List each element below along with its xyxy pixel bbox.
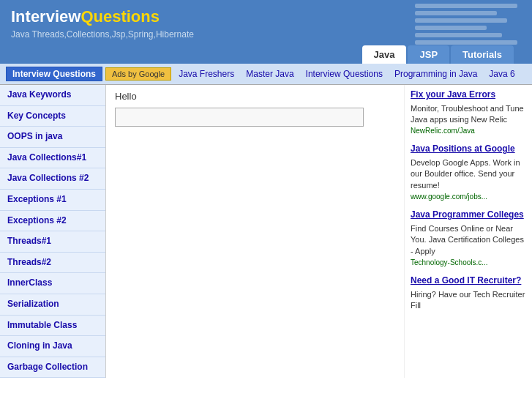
tab-java[interactable]: Java: [362, 45, 407, 64]
header: InterviewQuestions Java Threads,Collecti…: [0, 0, 532, 64]
subnav-link-java6[interactable]: Java 6: [484, 67, 519, 81]
subnav-link-programming-java[interactable]: Programming in Java: [390, 67, 482, 81]
sidebar-item-threads2[interactable]: Threads#2: [0, 253, 105, 274]
tab-jsp[interactable]: JSP: [408, 45, 449, 64]
main-layout: Java Keywords Key Concepts OOPS in java …: [0, 85, 532, 378]
ads-by-google-label[interactable]: Ads by Google: [105, 67, 171, 81]
ad-body-0: Monitor, Troubleshoot and Tune Java apps…: [411, 103, 526, 126]
subnav-link-java-freshers[interactable]: Java Freshers: [174, 67, 239, 81]
subnav-selected: Interview Questions: [6, 67, 102, 81]
sub-nav: Interview Questions Ads by Google Java F…: [0, 64, 532, 85]
ad-url-0: NewRelic.com/Java: [411, 127, 526, 135]
sidebar-item-serialization[interactable]: Serialization: [0, 294, 105, 316]
sidebar-item-exceptions1[interactable]: Exceptions #1: [0, 190, 105, 211]
ad-block-2: Java Programmer Colleges Find Courses On…: [411, 209, 526, 266]
sidebar-item-collections2[interactable]: Java Collections #2: [0, 168, 105, 190]
ad-title-2[interactable]: Java Programmer Colleges: [411, 209, 526, 221]
logo-questions: Questions: [80, 7, 160, 26]
main-content: Hello: [106, 85, 404, 378]
sidebar-item-collections1[interactable]: Java Collections#1: [0, 148, 105, 169]
sidebar-item-java-keywords[interactable]: Java Keywords: [0, 85, 105, 106]
ad-title-1[interactable]: Java Positions at Google: [411, 143, 526, 155]
ad-body-3: Hiring? Have our Tech Recruiter Fill: [411, 289, 526, 312]
sidebar-item-threads1[interactable]: Threads#1: [0, 231, 105, 253]
subnav-link-master-java[interactable]: Master Java: [241, 67, 298, 81]
ad-url-2: Technology-Schools.c...: [411, 258, 526, 266]
ad-block-1: Java Positions at Google Develop Google …: [411, 143, 526, 201]
tab-tutorials[interactable]: Tutorials: [451, 45, 514, 64]
ad-url-1: www.google.com/jobs...: [411, 193, 526, 201]
nav-tabs: Java JSP Tutorials: [11, 45, 521, 64]
sidebar: Java Keywords Key Concepts OOPS in java …: [0, 85, 106, 378]
content-search-input[interactable]: [115, 108, 364, 127]
content-hello-text: Hello: [115, 91, 395, 102]
logo-interview: Interview: [11, 7, 80, 26]
ad-block-3: Need a Good IT Recruiter? Hiring? Have o…: [411, 275, 526, 311]
sidebar-item-oops[interactable]: OOPS in java: [0, 127, 105, 148]
sidebar-item-cloning[interactable]: Cloning in Java: [0, 336, 105, 357]
sidebar-item-immutable[interactable]: Immutable Class: [0, 316, 105, 337]
ad-body-2: Find Courses Online or Near You. Java Ce…: [411, 223, 526, 257]
sidebar-item-exceptions2[interactable]: Exceptions #2: [0, 211, 105, 232]
ad-title-3[interactable]: Need a Good IT Recruiter?: [411, 275, 526, 287]
ad-block-0: Fix your Java Errors Monitor, Troublesho…: [411, 89, 526, 135]
right-sidebar-ads: Fix your Java Errors Monitor, Troublesho…: [404, 85, 532, 378]
sidebar-item-garbage[interactable]: Garbage Collection: [0, 357, 105, 379]
sidebar-item-innerclass[interactable]: InnerClass: [0, 273, 105, 294]
header-decoration: [415, 4, 517, 48]
sidebar-item-key-concepts[interactable]: Key Concepts: [0, 106, 105, 127]
subnav-link-interview-questions[interactable]: Interview Questions: [301, 67, 387, 81]
ad-title-0[interactable]: Fix your Java Errors: [411, 89, 526, 101]
ad-body-1: Develop Google Apps. Work in our Boulder…: [411, 157, 526, 191]
